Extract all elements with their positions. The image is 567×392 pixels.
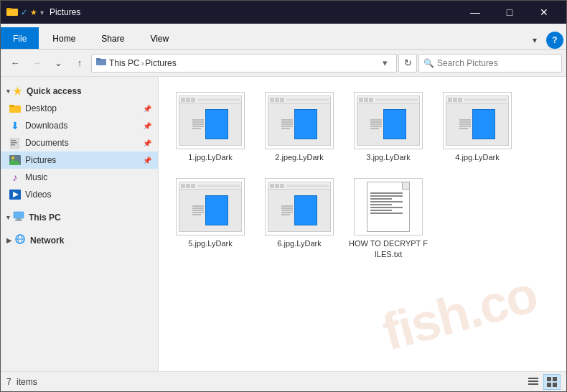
refresh-button[interactable]: ↻: [398, 54, 417, 73]
sidebar-section-thispc[interactable]: ▾ This PC: [1, 206, 158, 226]
sidebar-item-videos[interactable]: Videos: [1, 186, 158, 203]
content-area: fish.co: [159, 77, 566, 371]
svg-rect-21: [528, 378, 538, 379]
title-bar: ✓ ★ ▾ Pictures — □ ✕: [1, 1, 566, 24]
breadcrumb-sep: ›: [141, 59, 144, 67]
ribbon-expand: ▾ ?: [526, 32, 566, 49]
forward-button[interactable]: →: [27, 53, 47, 73]
status-bar: 7 items: [1, 371, 566, 391]
svg-rect-8: [11, 142, 17, 144]
file-name: 5.jpg.LyDark: [188, 238, 232, 248]
documents-icon: [9, 137, 21, 149]
back-button[interactable]: ←: [5, 53, 25, 73]
sidebar-section-network[interactable]: ▶ Network: [1, 229, 158, 249]
file-name: 2.jpeg.LyDark: [275, 152, 323, 162]
sidebar-item-downloads[interactable]: ⬇ Downloads 📌: [1, 117, 158, 134]
address-bar[interactable]: This PC › Pictures ▾: [91, 54, 397, 73]
sidebar-section-quickaccess[interactable]: ▾ ★ Quick access: [1, 80, 158, 100]
sidebar-item-documents[interactable]: Documents 📌: [1, 134, 158, 151]
thispc-label: This PC: [29, 213, 61, 223]
tab-file[interactable]: File: [1, 27, 39, 49]
view-controls: [525, 374, 561, 390]
title-bar-icons: ✓ ★ ▾: [6, 6, 44, 19]
tab-share[interactable]: Share: [89, 27, 136, 49]
status-text: 7 items: [6, 377, 525, 387]
file-thumbnail: [265, 92, 334, 149]
window-title: Pictures: [50, 7, 459, 17]
sidebar-item-desktop[interactable]: Desktop 📌: [1, 100, 158, 117]
file-item-1[interactable]: 1.jpg.LyDark: [167, 85, 253, 169]
tab-view[interactable]: View: [138, 27, 181, 49]
recent-locations-button[interactable]: ⌄: [48, 53, 68, 73]
file-thumbnail: [176, 92, 245, 149]
desktop-label: Desktop: [25, 103, 142, 113]
music-icon: ♪: [9, 172, 21, 183]
ribbon-tabs: File Home Share View ▾ ?: [1, 24, 566, 50]
breadcrumb-thispc[interactable]: This PC: [109, 58, 140, 68]
window: ✓ ★ ▾ Pictures — □ ✕ File Home Share Vie…: [0, 0, 567, 392]
file-name: HOW TO DECRYPT FILES.txt: [349, 238, 428, 259]
folder-small-icon: [6, 6, 18, 19]
file-item-7[interactable]: HOW TO DECRYPT FILES.txt: [345, 172, 431, 266]
details-view-button[interactable]: [525, 374, 542, 390]
file-item-5[interactable]: 5.jpg.LyDark: [167, 172, 253, 266]
documents-pin-icon: 📌: [142, 138, 152, 148]
pictures-pin-icon: 📌: [142, 155, 152, 165]
items-label: items: [17, 377, 37, 387]
desktop-folder-icon: [9, 103, 21, 114]
videos-icon: [9, 189, 21, 200]
breadcrumb-pictures[interactable]: Pictures: [145, 58, 176, 68]
file-grid: 1.jpg.LyDark: [164, 83, 561, 269]
downloads-pin-icon: 📌: [142, 121, 152, 131]
file-name: 6.jpg.LyDark: [277, 238, 321, 248]
quickaccess-label: Quick access: [27, 86, 82, 96]
thispc-icon: [13, 211, 24, 223]
svg-rect-17: [15, 220, 22, 221]
dropdown-arrow-icon[interactable]: ▾: [40, 9, 44, 17]
sidebar-item-music[interactable]: ♪ Music: [1, 169, 158, 186]
videos-label: Videos: [25, 190, 152, 200]
close-button[interactable]: ✕: [528, 1, 561, 24]
svg-rect-5: [9, 105, 14, 107]
minimize-button[interactable]: —: [459, 1, 492, 24]
svg-rect-15: [14, 212, 24, 218]
desktop-pin-icon: 📌: [142, 103, 152, 113]
quickaccess-expand-icon: ▾: [6, 88, 10, 95]
maximize-button[interactable]: □: [493, 1, 526, 24]
svg-rect-23: [528, 383, 538, 385]
svg-rect-22: [528, 381, 538, 382]
svg-rect-7: [11, 140, 16, 141]
ribbon-expand-button[interactable]: ▾: [526, 32, 543, 49]
watermark: fish.co: [376, 264, 543, 362]
file-item-3[interactable]: 3.jpg.LyDark: [345, 85, 431, 169]
svg-rect-1: [6, 8, 11, 10]
large-icons-view-button[interactable]: [543, 374, 561, 390]
file-thumbnail: [265, 178, 334, 235]
network-icon: [14, 234, 26, 246]
svg-rect-25: [553, 377, 557, 381]
star-icon: ★: [30, 8, 37, 17]
network-label: Network: [30, 235, 64, 246]
checkmark-icon: ✓: [21, 8, 27, 17]
up-button[interactable]: ↑: [70, 53, 90, 73]
nav-bar: ← → ⌄ ↑ This PC › Pictures ▾ ↻ 🔍: [1, 50, 566, 77]
address-dropdown-button[interactable]: ▾: [378, 54, 392, 73]
file-name: 3.jpg.LyDark: [366, 152, 410, 162]
file-thumbnail: [354, 92, 423, 149]
svg-rect-16: [17, 218, 21, 220]
file-item-4[interactable]: 4.jpg.LyDark: [434, 85, 520, 169]
help-button[interactable]: ?: [546, 32, 563, 49]
breadcrumb: This PC › Pictures: [109, 58, 375, 68]
search-input[interactable]: [437, 58, 557, 68]
search-bar[interactable]: 🔍: [418, 54, 562, 73]
file-thumbnail: [443, 92, 512, 149]
downloads-label: Downloads: [25, 121, 142, 131]
file-item-6[interactable]: 6.jpg.LyDark: [256, 172, 342, 266]
file-name: 4.jpg.LyDark: [455, 152, 499, 162]
sidebar-item-pictures[interactable]: Pictures 📌: [1, 151, 158, 169]
tab-home[interactable]: Home: [40, 27, 88, 49]
file-item-2[interactable]: 2.jpeg.LyDark: [256, 85, 342, 169]
folder-nav-icon: [96, 57, 106, 68]
quickaccess-star-icon: ★: [13, 85, 22, 97]
network-expand-icon: ▶: [6, 237, 11, 244]
